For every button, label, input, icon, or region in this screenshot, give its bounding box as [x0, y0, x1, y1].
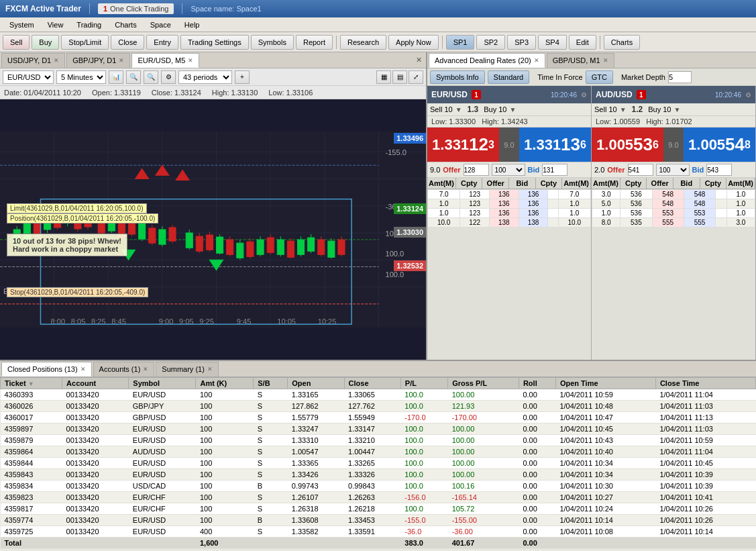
eurusd-offer-input[interactable]	[464, 164, 489, 176]
col-sb[interactable]: S/B	[254, 378, 288, 389]
edit-button[interactable]: Edit	[569, 35, 596, 50]
dh-offer1: Offer	[482, 178, 509, 189]
eurusd-sell-price[interactable]: 1.331123	[427, 128, 499, 162]
report-button[interactable]: Report	[296, 35, 333, 50]
eurusd-bid-input[interactable]	[542, 164, 568, 176]
positions-cell: 4359843	[1, 469, 62, 481]
apply-now-button[interactable]: Apply Now	[388, 35, 439, 50]
audusd-buy-price[interactable]: 1.005548	[684, 128, 755, 162]
menu-space[interactable]: Space	[144, 19, 178, 30]
chart-tab-eurusd[interactable]: EUR/USD, M5 ✕	[131, 53, 199, 68]
positions-cell: 0.00	[519, 515, 555, 526]
col-account[interactable]: Account	[62, 378, 129, 389]
symbol-select[interactable]: EUR/USD	[3, 70, 54, 84]
charts-button[interactable]: Charts	[604, 35, 640, 50]
sp1-button[interactable]: SP1	[446, 35, 475, 50]
col-open[interactable]: Open	[288, 378, 344, 389]
chart-mode-btn1[interactable]: ▦	[376, 70, 391, 84]
audusd-offer-bid-row: 2.0 Offer 100 Bid	[592, 162, 755, 178]
eurusd-sell-arrow[interactable]: ▼	[455, 106, 462, 113]
audusd-offer-select[interactable]: 100	[656, 164, 690, 176]
tab-accounts-close[interactable]: ✕	[143, 366, 148, 372]
chart-tab-gbpjpy-close[interactable]: ✕	[119, 57, 124, 64]
sp4-button[interactable]: SP4	[538, 35, 567, 50]
add-indicator-btn[interactable]: +	[235, 70, 250, 84]
sp3-button[interactable]: SP3	[507, 35, 536, 50]
chart-detach-btn[interactable]: ⤢	[409, 70, 423, 84]
col-open-time[interactable]: Open Time	[555, 378, 655, 389]
positions-table-row: 435984400133420EUR/USD100S1.333651.33265…	[1, 458, 756, 469]
close-button[interactable]: Close	[111, 35, 144, 50]
symbols-button[interactable]: Symbols	[251, 35, 294, 50]
standard-btn[interactable]: Standard	[488, 70, 530, 84]
close-chart-panel[interactable]: ✕	[412, 54, 426, 66]
menu-charts[interactable]: Charts	[108, 19, 143, 30]
eurusd-buy-price[interactable]: 1.331136	[519, 128, 591, 162]
entry-button[interactable]: Entry	[146, 35, 178, 50]
buy-button[interactable]: Buy	[32, 35, 59, 50]
audusd-buy-arrow[interactable]: ▼	[673, 106, 680, 113]
svg-rect-89	[277, 240, 284, 254]
tab-advanced-dealing[interactable]: Advanced Dealing Rates (20) ✕	[429, 53, 545, 68]
trading-settings-button[interactable]: Trading Settings	[180, 35, 249, 50]
chart-tab-usdjpy-close[interactable]: ✕	[54, 57, 59, 64]
price-tag-2: 1.33124	[394, 203, 426, 214]
audusd-sell-price[interactable]: 1.005536	[592, 128, 663, 162]
zoom-out-btn[interactable]: 🔍	[144, 70, 158, 84]
col-amt-k[interactable]: Amt (K)	[196, 378, 254, 389]
tab-summary[interactable]: Summary (1) ✕	[156, 362, 219, 377]
menu-trading[interactable]: Trading	[70, 19, 108, 30]
col-close[interactable]: Close	[344, 378, 400, 389]
positions-cell: 100	[196, 446, 254, 458]
chart-tab-eurusd-close[interactable]: ✕	[188, 57, 193, 64]
timeframe-select[interactable]: 5 Minutes	[56, 70, 106, 84]
stop-limit-button[interactable]: Stop/Limit	[61, 35, 109, 50]
col-roll[interactable]: Roll	[519, 378, 555, 389]
eurusd-settings-icon[interactable]: ⚙	[581, 91, 587, 99]
eurusd-offer-select[interactable]: 100	[492, 164, 525, 176]
menu-system[interactable]: System	[3, 19, 41, 30]
positions-cell: 1/04/2011 10:47	[555, 412, 655, 423]
chart-settings-btn[interactable]: ⚙	[161, 70, 176, 84]
col-close-time[interactable]: Close Time	[655, 378, 755, 389]
tab-closed-positions-close[interactable]: ✕	[80, 366, 86, 372]
symbols-info-btn[interactable]: Symbols Info	[430, 70, 485, 84]
chart-type-btn[interactable]: 📊	[109, 70, 123, 84]
tab-gbpusd-m1-close[interactable]: ✕	[603, 57, 608, 64]
periods-select[interactable]: 43 periods	[178, 70, 232, 84]
sell-button[interactable]: Sell	[3, 35, 30, 50]
col-ticket[interactable]: Ticket ▼	[1, 378, 62, 389]
one-click-trading[interactable]: 1 One Click Trading	[98, 3, 174, 14]
audusd-settings-icon[interactable]: ⚙	[745, 91, 751, 99]
positions-cell: 100.00	[448, 446, 519, 458]
tab-gbpusd-m1[interactable]: GBP/USD, M1 ✕	[547, 53, 614, 68]
col-symbol[interactable]: Symbol	[129, 378, 196, 389]
research-button[interactable]: Research	[340, 35, 386, 50]
chart-body[interactable]: 8:00 8:05 8:25 8:45 9:00 9:05 9:25 9:45 …	[0, 99, 426, 360]
col-gross-pl[interactable]: Gross P/L	[448, 378, 519, 389]
audusd-sell-arrow[interactable]: ▼	[620, 106, 627, 113]
tab-summary-close[interactable]: ✕	[207, 366, 213, 372]
col-pl[interactable]: P/L	[400, 378, 447, 389]
positions-cell: 100	[196, 401, 254, 412]
positions-table-wrap[interactable]: Ticket ▼ Account Symbol Amt (K) S/B Open…	[0, 377, 756, 551]
total-cell	[655, 538, 755, 549]
market-depth-input[interactable]	[668, 71, 692, 83]
chart-tab-usdjpy[interactable]: USD/JPY, D1 ✕	[1, 53, 65, 68]
chart-open: Open: 1.33119	[92, 89, 141, 97]
tab-advanced-dealing-close[interactable]: ✕	[534, 57, 539, 64]
eurusd-buy-arrow[interactable]: ▼	[509, 106, 516, 113]
audusd-offer-input[interactable]	[628, 164, 653, 176]
chart-mode-btn2[interactable]: ▤	[392, 70, 407, 84]
audusd-bid-input[interactable]	[706, 164, 732, 176]
tab-accounts[interactable]: Accounts (1) ✕	[93, 362, 155, 377]
sp2-button[interactable]: SP2	[476, 35, 505, 50]
positions-cell: 1/04/2011 10:08	[555, 526, 655, 538]
menu-view[interactable]: View	[41, 19, 70, 30]
chart-tab-gbpjpy[interactable]: GBP/JPY, D1 ✕	[66, 53, 130, 68]
svg-rect-97	[318, 240, 325, 254]
tab-closed-positions[interactable]: Closed Positions (13) ✕	[1, 362, 92, 377]
gtc-btn[interactable]: GTC	[586, 70, 613, 84]
menu-help[interactable]: Help	[178, 19, 207, 30]
zoom-in-btn[interactable]: 🔍	[126, 70, 141, 84]
